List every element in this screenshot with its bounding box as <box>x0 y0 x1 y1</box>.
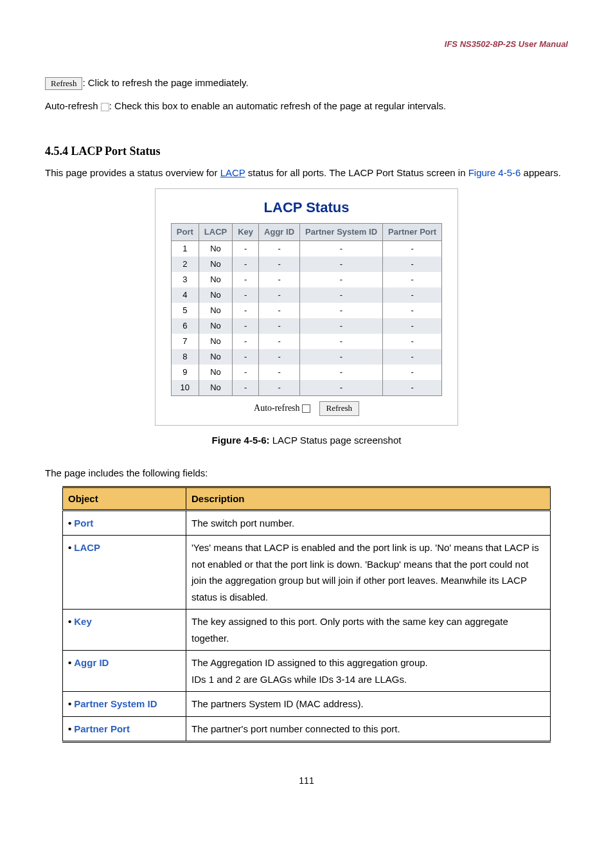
refresh-button[interactable]: Refresh <box>319 401 359 415</box>
table-row: 4No---- <box>171 287 441 303</box>
figure-ref: Figure 4-5-6 <box>468 167 521 178</box>
figure-caption-text: LACP Status page screenshot <box>270 435 402 446</box>
desc-label: •Key <box>63 610 186 651</box>
table-row: 10No---- <box>171 380 441 396</box>
table-row: 1No---- <box>171 241 441 257</box>
desc-text: The Aggregation ID assigned to this aggr… <box>186 651 551 692</box>
table-row: 7No---- <box>171 334 441 349</box>
autorefresh-desc-text: : Check this box to enable an automatic … <box>109 100 446 111</box>
col-aggrid: Aggr ID <box>259 224 300 241</box>
table-row: 3No---- <box>171 272 441 287</box>
autorefresh-instruction: Auto-refresh : Check this box to enable … <box>45 99 568 113</box>
col-key: Key <box>233 224 259 241</box>
intro-text-c: appears. <box>520 167 561 178</box>
autorefresh-checkbox[interactable] <box>302 404 310 413</box>
lacp-status-panel: LACP Status Port LACP Key Aggr ID Partne… <box>155 188 458 425</box>
col-partner-sysid: Partner System ID <box>300 224 383 241</box>
section-intro: This page provides a status overview for… <box>45 166 568 179</box>
intro-text-b: status for all ports. The LACP Port Stat… <box>245 167 468 178</box>
table-row: 5No---- <box>171 303 441 318</box>
desc-text: The partners System ID (MAC address). <box>186 692 551 717</box>
desc-label: •Aggr ID <box>63 651 186 692</box>
desc-label: •LACP <box>63 536 186 610</box>
refresh-desc-text: : Click to refresh the page immediately. <box>82 77 248 88</box>
section-heading: 4.5.4 LACP Port Status <box>45 143 568 159</box>
desc-text: The switch port number. <box>186 510 551 536</box>
page-number: 111 <box>45 775 568 788</box>
desc-label: •Port <box>63 510 186 536</box>
desc-header-description: Description <box>186 487 551 510</box>
table-row: 6No---- <box>171 318 441 334</box>
figure-caption-bold: Figure 4-5-6: <box>212 435 270 446</box>
manual-title: IFS NS3502-8P-2S User Manual <box>45 39 568 50</box>
lacp-table: Port LACP Key Aggr ID Partner System ID … <box>171 223 442 396</box>
desc-header-object: Object <box>63 487 186 510</box>
table-row: 2No---- <box>171 257 441 272</box>
intro-text-a: This page provides a status overview for <box>45 167 220 178</box>
desc-label: •Partner Port <box>63 716 186 742</box>
fields-intro: The page includes the following fields: <box>45 466 568 480</box>
autorefresh-prefix: Auto-refresh <box>45 100 101 111</box>
lacp-link[interactable]: LACP <box>220 167 245 178</box>
autorefresh-label: Auto-refresh <box>254 403 300 413</box>
col-port: Port <box>171 224 199 241</box>
description-table: Object Description •Port The switch port… <box>62 486 551 743</box>
refresh-icon: Refresh <box>45 77 82 90</box>
col-lacp: LACP <box>199 224 232 241</box>
figure-caption: Figure 4-5-6: LACP Status page screensho… <box>45 433 568 447</box>
refresh-instruction: Refresh: Click to refresh the page immed… <box>45 76 568 90</box>
checkbox-icon <box>101 103 109 111</box>
desc-text: The key assigned to this port. Only port… <box>186 610 551 651</box>
desc-text: The partner's port number connected to t… <box>186 716 551 742</box>
col-partner-port: Partner Port <box>383 224 442 241</box>
table-row: 8No---- <box>171 349 441 365</box>
desc-label: •Partner System ID <box>63 692 186 717</box>
desc-text: 'Yes' means that LACP is enabled and the… <box>186 536 551 610</box>
lacp-controls: Auto-refresh Refresh <box>171 401 442 415</box>
lacp-title: LACP Status <box>171 198 442 218</box>
table-row: 9No---- <box>171 365 441 380</box>
